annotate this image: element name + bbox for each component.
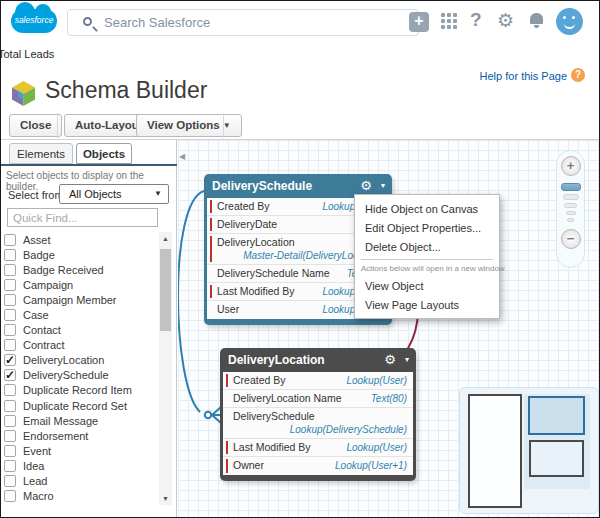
checkbox[interactable] xyxy=(4,400,16,412)
field-type: Lookup(User) xyxy=(346,441,407,454)
field-name: Owner xyxy=(233,457,264,474)
object-filter-select[interactable]: All Objects ▼ xyxy=(59,184,169,204)
entity-deliverylocation[interactable]: DeliveryLocation ⚙ ▾ Created ByLookup(Us… xyxy=(220,348,416,481)
checkbox[interactable] xyxy=(4,234,16,246)
minimap-entity-deliverylocation xyxy=(529,440,584,477)
field-type: Lookup(User) xyxy=(346,374,407,387)
checkbox[interactable] xyxy=(4,264,16,276)
list-item[interactable]: Contract xyxy=(4,338,158,353)
close-button[interactable]: Close xyxy=(9,114,62,137)
setup-gear-icon[interactable]: ⚙ xyxy=(497,9,514,32)
zoom-out-button[interactable]: − xyxy=(561,229,581,249)
list-item[interactable]: Endorsement xyxy=(4,428,158,443)
user-avatar[interactable] xyxy=(556,8,583,35)
object-list: Asset Badge Badge Received Campaign Camp… xyxy=(4,232,158,504)
sidebar: Elements Objects Select objects to displ… xyxy=(1,140,177,518)
view-options-button[interactable]: View Options ▼ xyxy=(136,114,242,137)
zoom-level-bar[interactable] xyxy=(561,183,581,191)
app-launcher-icon[interactable] xyxy=(441,13,458,30)
list-item[interactable]: Macro xyxy=(4,489,158,504)
chevron-down-icon[interactable]: ▾ xyxy=(405,348,409,372)
checkbox[interactable] xyxy=(4,490,16,502)
checkbox[interactable] xyxy=(4,324,16,336)
checkbox[interactable] xyxy=(4,430,16,442)
chevron-down-icon: ▼ xyxy=(154,185,162,203)
help-icon[interactable]: ? xyxy=(470,9,482,31)
minimap-entity-deliveryschedule xyxy=(528,396,585,435)
zoom-in-button[interactable]: + xyxy=(561,156,581,176)
list-item[interactable]: Badge Received xyxy=(4,262,158,277)
checkbox[interactable] xyxy=(4,384,16,396)
list-item[interactable]: Duplicate Record Set xyxy=(4,398,158,413)
caret-down-icon[interactable]: ▼ xyxy=(159,492,172,505)
help-for-page-link[interactable]: Help for this Page xyxy=(480,70,567,82)
menu-item-view-object[interactable]: View Object xyxy=(355,276,499,295)
gear-icon[interactable]: ⚙ xyxy=(384,348,396,372)
tab-objects[interactable]: Objects xyxy=(76,143,132,164)
zoom-level-bar[interactable] xyxy=(567,218,574,222)
list-item[interactable]: Email Message xyxy=(4,413,158,428)
scrollbar-thumb[interactable] xyxy=(160,249,171,331)
checkbox[interactable] xyxy=(4,309,16,321)
checkbox[interactable] xyxy=(4,339,16,351)
minimap-viewport[interactable] xyxy=(468,394,522,508)
help-badge-icon[interactable]: ? xyxy=(571,68,585,82)
zoom-level-bar[interactable] xyxy=(564,203,577,208)
global-search[interactable] xyxy=(67,9,419,36)
list-item[interactable]: DeliverySchedule xyxy=(4,368,158,383)
master-detail-connector[interactable] xyxy=(178,191,204,412)
field-row[interactable]: DeliveryLocation NameText(80) xyxy=(223,390,413,408)
object-label: Idea xyxy=(23,460,44,472)
list-scrollbar[interactable]: ▲ ▼ xyxy=(159,232,172,505)
list-item[interactable]: Idea xyxy=(4,458,158,473)
checkbox[interactable] xyxy=(4,460,16,472)
add-icon[interactable]: + xyxy=(409,12,429,32)
zoom-level-bar[interactable] xyxy=(566,211,576,215)
list-item[interactable]: Badge xyxy=(4,247,158,262)
list-item[interactable]: Lead xyxy=(4,474,158,489)
checkbox[interactable] xyxy=(4,279,16,291)
menu-item-edit-properties[interactable]: Edit Object Properties... xyxy=(355,218,499,237)
checkbox[interactable] xyxy=(4,354,16,366)
list-item[interactable]: DeliveryLocation xyxy=(4,353,158,368)
tab-elements[interactable]: Elements xyxy=(9,143,73,164)
notification-bell-icon[interactable] xyxy=(530,13,543,24)
caret-up-icon[interactable]: ▲ xyxy=(159,232,172,245)
salesforce-logo-text: salesforce xyxy=(11,15,57,25)
schema-canvas[interactable]: ◀ DeliverySchedule ⚙ ▾ Created ByLookup(… xyxy=(178,140,600,518)
field-row[interactable]: OwnerLookup(User+1) xyxy=(223,457,413,475)
list-item[interactable]: Duplicate Record Item xyxy=(4,383,158,398)
list-item[interactable]: Campaign Member xyxy=(4,292,158,307)
list-item[interactable]: Asset xyxy=(4,232,158,247)
checkbox[interactable] xyxy=(4,475,16,487)
checkbox[interactable] xyxy=(4,249,16,261)
salesforce-logo[interactable]: salesforce xyxy=(11,9,57,33)
list-item[interactable]: Case xyxy=(4,307,158,322)
entity-header[interactable]: DeliveryLocation ⚙ ▾ xyxy=(220,348,416,372)
checkbox[interactable] xyxy=(4,369,16,381)
menu-item-delete-object[interactable]: Delete Object... xyxy=(355,237,499,256)
menu-item-hide-object[interactable]: Hide Object on Canvas xyxy=(355,199,499,218)
checkbox[interactable] xyxy=(4,445,16,457)
minimap[interactable] xyxy=(459,387,599,514)
view-options-label: View Options xyxy=(147,119,220,131)
object-label: Macro xyxy=(23,490,54,502)
zoom-level-bar[interactable] xyxy=(563,194,579,200)
field-row[interactable]: DeliveryScheduleLookup(DeliverySchedule) xyxy=(223,408,413,439)
field-row[interactable]: Last Modified ByLookup(User) xyxy=(223,439,413,457)
menu-item-view-page-layouts[interactable]: View Page Layouts xyxy=(355,295,499,314)
field-type: Text(80) xyxy=(371,392,407,405)
field-name: DeliveryLocation xyxy=(217,236,295,249)
list-item[interactable]: Campaign xyxy=(4,277,158,292)
list-item[interactable]: Contact xyxy=(4,323,158,338)
search-input[interactable] xyxy=(104,12,404,33)
list-item[interactable]: Event xyxy=(4,443,158,458)
field-row[interactable]: Created ByLookup(User) xyxy=(223,372,413,390)
field-name: User xyxy=(217,301,239,318)
field-name: Created By xyxy=(217,198,270,215)
quick-find-input[interactable] xyxy=(7,208,158,227)
checkbox[interactable] xyxy=(4,415,16,427)
object-label: Campaign Member xyxy=(23,294,117,306)
checkbox[interactable] xyxy=(4,294,16,306)
global-header: salesforce + ? ⚙ xyxy=(1,1,600,41)
